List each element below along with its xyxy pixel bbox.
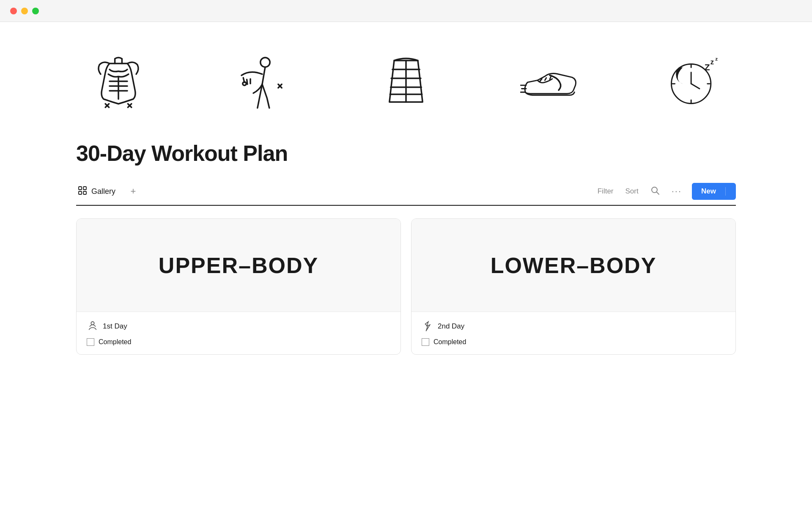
- upper-body-icon: [85, 47, 152, 115]
- svg-point-8: [261, 58, 270, 67]
- card-day-label-2: 2nd Day: [438, 322, 464, 331]
- filter-button[interactable]: Filter: [596, 185, 615, 198]
- close-button[interactable]: [10, 8, 17, 14]
- new-button-group: New: [692, 183, 736, 200]
- gallery-card-2[interactable]: LOWER–BODY 2nd Day Completed: [411, 218, 736, 355]
- card-content-1: 1st Day Completed: [77, 312, 401, 354]
- abs-icon: [372, 47, 440, 115]
- svg-text:Z: Z: [705, 62, 710, 72]
- completed-checkbox-1[interactable]: [87, 338, 94, 346]
- shoulder-stretch-icon: [228, 47, 296, 115]
- main-content: Z z z 30-Day Workout Plan: [0, 22, 812, 380]
- svg-point-12: [243, 82, 246, 85]
- svg-line-22: [550, 77, 551, 80]
- card-image-text-2: LOWER–BODY: [491, 253, 657, 278]
- card-content-2: 2nd Day Completed: [411, 312, 735, 354]
- svg-line-21: [545, 78, 546, 80]
- completed-checkbox-2[interactable]: [422, 338, 429, 346]
- card-image-2: LOWER–BODY: [411, 219, 735, 312]
- sort-button[interactable]: Sort: [624, 185, 640, 198]
- icons-row: Z z z: [76, 47, 736, 115]
- running-shoe-icon: [516, 47, 584, 115]
- gallery-tab-label: Gallery: [91, 187, 115, 196]
- card-image-text-1: UPPER–BODY: [159, 253, 318, 278]
- card-completed-row-2: Completed: [422, 338, 725, 346]
- page-title: 30-Day Workout Plan: [76, 141, 736, 166]
- new-button-chevron[interactable]: [725, 187, 736, 196]
- svg-line-41: [656, 192, 659, 194]
- card-image-1: UPPER–BODY: [77, 219, 401, 312]
- maximize-button[interactable]: [32, 8, 39, 14]
- window-chrome: [0, 0, 812, 22]
- card-day-label-1: 1st Day: [103, 322, 127, 331]
- card-completed-row-1: Completed: [87, 338, 390, 346]
- completed-label-2: Completed: [433, 338, 466, 346]
- svg-point-42: [91, 322, 94, 325]
- search-button[interactable]: [649, 183, 661, 200]
- toolbar: Gallery + Filter Sort ··· New: [76, 183, 736, 206]
- gallery-tab[interactable]: Gallery: [76, 183, 117, 200]
- svg-rect-37: [83, 187, 86, 190]
- gallery-grid: UPPER–BODY 1st Day Completed: [76, 218, 736, 355]
- card-day-row-2: 2nd Day: [422, 320, 725, 332]
- minimize-button[interactable]: [21, 8, 28, 14]
- svg-rect-38: [79, 191, 82, 194]
- gallery-card-1[interactable]: UPPER–BODY 1st Day Completed: [76, 218, 401, 355]
- toolbar-right: Filter Sort ··· New: [596, 183, 736, 200]
- svg-text:z: z: [710, 58, 714, 66]
- svg-text:z: z: [715, 56, 718, 61]
- svg-rect-36: [79, 187, 82, 190]
- day-1-icon: [87, 320, 99, 332]
- day-2-icon: [422, 320, 433, 332]
- sleep-timer-icon: Z z z: [660, 47, 727, 115]
- more-options-button[interactable]: ···: [670, 183, 683, 199]
- plus-icon: +: [131, 186, 136, 197]
- new-button[interactable]: New: [692, 183, 725, 200]
- svg-rect-39: [83, 191, 86, 194]
- completed-label-1: Completed: [99, 338, 131, 346]
- card-day-row-1: 1st Day: [87, 320, 390, 332]
- toolbar-left: Gallery +: [76, 183, 141, 200]
- gallery-icon: [78, 186, 87, 197]
- svg-line-28: [691, 84, 700, 89]
- add-view-button[interactable]: +: [126, 184, 141, 199]
